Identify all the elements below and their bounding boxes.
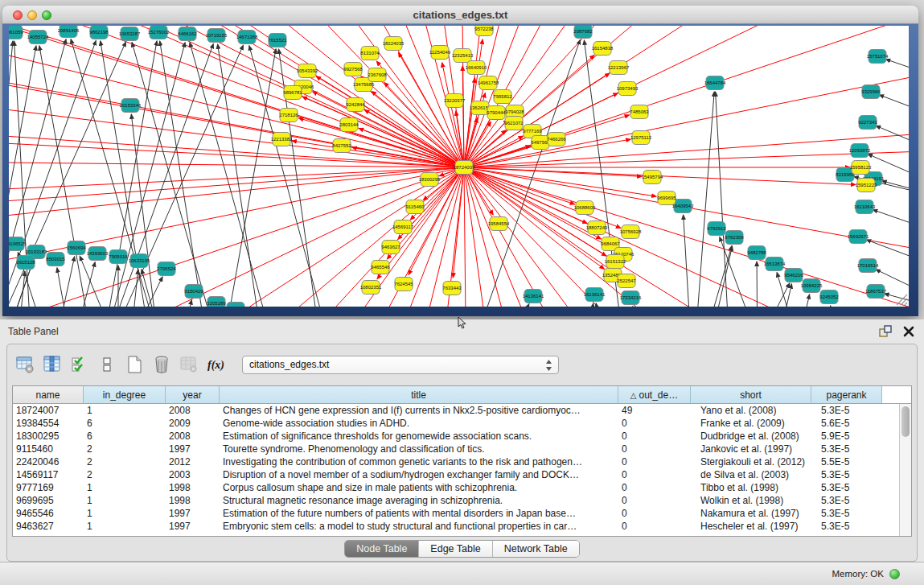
graph-node[interactable]: 18807249 bbox=[586, 221, 608, 235]
column-select-button[interactable] bbox=[41, 353, 64, 376]
graph-node[interactable]: 9245052 bbox=[819, 290, 839, 304]
graph-node[interactable]: 2718126 bbox=[279, 109, 298, 122]
graph-node[interactable]: 2522547 bbox=[617, 274, 636, 288]
graph-node[interactable]: 2803144 bbox=[339, 118, 359, 132]
graph-node[interactable]: 16154838 bbox=[592, 42, 614, 56]
graph-node[interactable]: 2087682 bbox=[573, 26, 593, 39]
table-row[interactable]: 1938455462009Genome-wide association stu… bbox=[13, 417, 899, 430]
graph-node[interactable]: 16210643 bbox=[854, 200, 876, 214]
graph-node[interactable]: 9762309 bbox=[725, 231, 744, 245]
column-header-title[interactable]: title bbox=[220, 386, 618, 403]
graph-node[interactable]: 15951223 bbox=[856, 179, 877, 192]
column-header-pagerank[interactable]: pagerank bbox=[811, 386, 882, 403]
column-header-year[interactable]: year bbox=[166, 386, 220, 403]
graph-node[interactable]: 9463627 bbox=[381, 241, 400, 254]
graph-node[interactable]: 12213967 bbox=[608, 61, 630, 75]
column-header-in_degree[interactable]: in_degree bbox=[84, 386, 166, 403]
graph-node[interactable]: 7485063 bbox=[630, 105, 649, 119]
graph-node[interactable]: 12213382 bbox=[271, 133, 293, 146]
graph-node[interactable]: 9546216 bbox=[784, 269, 803, 282]
network-graph-canvas[interactable]: 2061059140557242089140698621981065328715… bbox=[9, 26, 909, 307]
delete-button[interactable] bbox=[150, 353, 173, 376]
graph-node[interactable]: 14961758 bbox=[478, 76, 499, 90]
graph-node[interactable]: 16151322 bbox=[605, 255, 626, 269]
graph-hub-node[interactable]: 18724007 bbox=[454, 161, 475, 175]
graph-node[interactable]: 10973493 bbox=[617, 82, 639, 96]
graph-node[interactable]: 7466266 bbox=[547, 133, 566, 146]
table-row[interactable]: 1830029562008Estimation of significance … bbox=[13, 430, 899, 443]
table-scrollbar-thumb[interactable] bbox=[901, 406, 910, 437]
graph-node[interactable]: 2560694 bbox=[67, 241, 86, 255]
graph-node[interactable]: 19584554 bbox=[488, 217, 510, 231]
graph-node[interactable]: 15276002 bbox=[148, 26, 170, 39]
new-document-button[interactable] bbox=[123, 353, 146, 376]
graph-node[interactable]: 2061059 bbox=[9, 26, 23, 39]
graph-node[interactable]: 2367608 bbox=[368, 68, 387, 82]
graph-node[interactable]: 10984225 bbox=[801, 279, 823, 293]
graph-node[interactable]: 14569117 bbox=[392, 220, 414, 234]
graph-node[interactable]: 15958123 bbox=[850, 161, 872, 175]
graph-node[interactable]: 9699695 bbox=[657, 192, 676, 205]
graph-node[interactable]: 10688609 bbox=[574, 201, 596, 215]
graph-node[interactable]: 9465546 bbox=[371, 261, 390, 274]
graph-node[interactable]: 14136141 bbox=[523, 290, 544, 303]
graph-node[interactable]: 16640910 bbox=[466, 61, 487, 75]
table-row[interactable]: 1872400712008Changes of HCN gene express… bbox=[13, 404, 899, 417]
graph-node[interactable]: 10653287 bbox=[119, 27, 141, 41]
graph-node[interactable]: 12093872 bbox=[849, 144, 871, 158]
graph-node[interactable]: 10802351 bbox=[360, 281, 382, 295]
graph-node[interactable]: 9329966 bbox=[861, 85, 881, 99]
memory-status-indicator[interactable] bbox=[889, 569, 900, 579]
column-header-out_de[interactable]: △out_de… bbox=[618, 386, 691, 403]
graph-node[interactable]: 9150429 bbox=[184, 285, 203, 299]
graph-node[interactable]: 7905016 bbox=[109, 250, 128, 264]
graph-node[interactable]: 12505794 bbox=[225, 303, 247, 307]
graph-node[interactable]: 14393603 bbox=[87, 247, 109, 261]
select-all-checks-button[interactable] bbox=[68, 353, 91, 376]
graph-node[interactable]: 7624545 bbox=[394, 278, 413, 291]
graph-node[interactable]: 16136141 bbox=[584, 288, 606, 302]
graph-node[interactable]: 10756928 bbox=[620, 225, 642, 239]
table-row[interactable]: 977716911998Corpus callosum shape and si… bbox=[13, 481, 899, 494]
graph-node[interactable]: 19106525 bbox=[9, 237, 27, 251]
graph-node[interactable]: 16644784 bbox=[704, 76, 726, 90]
graph-node[interactable]: 8503015 bbox=[46, 253, 65, 266]
column-header-name[interactable]: name bbox=[13, 386, 84, 403]
graph-node[interactable]: 9621072 bbox=[504, 117, 524, 130]
graph-node[interactable]: 8131074 bbox=[360, 47, 380, 60]
graph-node[interactable]: 7955812 bbox=[493, 90, 512, 104]
window-titlebar[interactable]: citations_edges.txt bbox=[2, 6, 918, 24]
graph-node[interactable]: 9927568 bbox=[343, 63, 363, 76]
table-settings-button[interactable] bbox=[14, 353, 36, 376]
table-row[interactable]: 2242004622012Investigating the contribut… bbox=[13, 455, 899, 468]
graph-node[interactable]: 9862198 bbox=[89, 26, 109, 39]
graph-node[interactable]: 20153346 bbox=[120, 99, 142, 113]
graph-node[interactable]: 9790444 bbox=[487, 106, 506, 120]
graph-node[interactable]: 11867537 bbox=[865, 285, 887, 299]
graph-node[interactable]: 10543392 bbox=[297, 64, 318, 78]
graph-node[interactable]: 18224035 bbox=[383, 37, 405, 51]
graph-node[interactable]: 9242844 bbox=[346, 98, 365, 112]
graph-node[interactable]: 16513874 bbox=[764, 257, 786, 271]
column-header-short[interactable]: short bbox=[691, 386, 811, 403]
graph-node[interactable]: 15692971 bbox=[848, 230, 869, 244]
graph-node[interactable]: 11254049 bbox=[429, 46, 451, 60]
graph-node[interactable]: 9896781 bbox=[283, 86, 302, 100]
graph-node[interactable]: 14055724 bbox=[27, 31, 49, 44]
tab-edge-table[interactable]: Edge Table bbox=[419, 541, 492, 557]
delete-table-disabled-button[interactable] bbox=[178, 353, 200, 376]
close-panel-icon[interactable] bbox=[901, 325, 916, 338]
graph-node[interactable]: 10719155 bbox=[206, 29, 228, 43]
graph-node[interactable]: 12325413 bbox=[452, 49, 474, 63]
graph-node[interactable]: 15495794 bbox=[642, 171, 663, 184]
graph-node[interactable]: 7633443 bbox=[442, 282, 462, 295]
tab-network-table[interactable]: Network Table bbox=[493, 541, 579, 557]
graph-node[interactable]: 6466162 bbox=[178, 27, 197, 41]
graph-node[interactable]: 2706524 bbox=[157, 262, 176, 276]
table-select-dropdown[interactable]: citations_edges.txt bbox=[242, 356, 559, 374]
graph-node[interactable]: 12975113 bbox=[630, 131, 652, 145]
graph-node[interactable]: 7615521 bbox=[268, 34, 287, 47]
graph-node[interactable]: 13220377 bbox=[444, 94, 466, 108]
row-height-button[interactable] bbox=[96, 353, 118, 376]
resize-grip[interactable] bbox=[897, 295, 907, 305]
